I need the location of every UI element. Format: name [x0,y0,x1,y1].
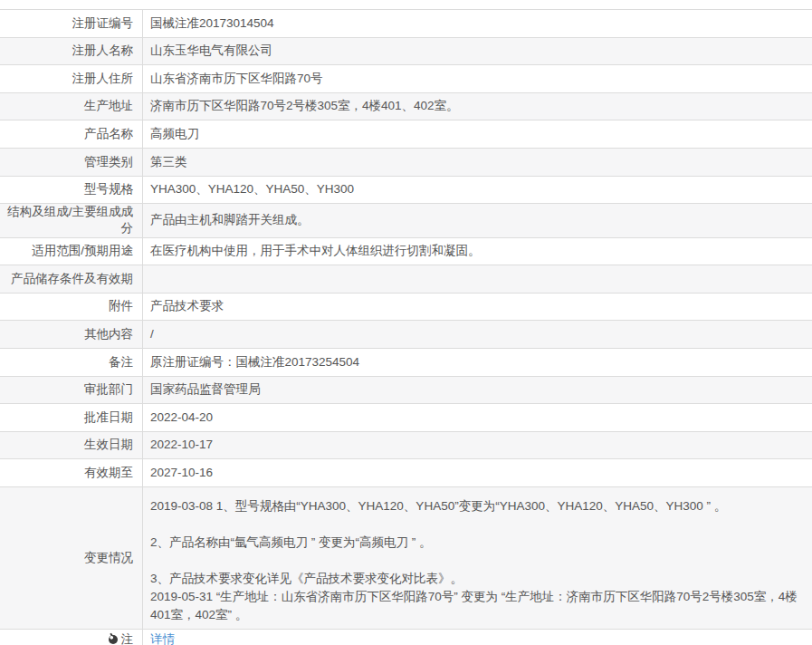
row-label: 适用范围/预期用途 [0,238,143,265]
change-paragraph: 2019-05-31 “生产地址：山东省济南市历下区华阳路70号” 变更为 “生… [150,588,807,624]
row-label: 其他内容 [0,321,143,348]
row-value: 原注册证编号：国械注准20173254504 [143,349,812,376]
row-value: 国械注准20173014504 [143,10,812,37]
table-row: 注册人住所 山东省济南市历下区华阳路70号 [0,65,812,93]
row-label: 变更情况 [0,487,143,629]
row-label: 管理类别 [0,149,143,176]
row-value: / [143,321,812,348]
table-row: 生产地址 济南市历下区华阳路70号2号楼305室，4楼401、402室。 [0,93,812,121]
change-paragraph: 3、产品技术要求变化详见《产品技术要求变化对比表》。 [150,570,807,588]
table-row: 注册人名称 山东玉华电气有限公司 [0,38,812,66]
row-label: 产品储存条件及有效期 [0,265,143,293]
row-label: 审批部门 [0,377,143,404]
note-label-text: 注 [121,631,134,645]
table-row: 备注 原注册证编号：国械注准20173254504 [0,349,812,377]
table-row: 适用范围/预期用途 在医疗机构中使用，用于手术中对人体组织进行切割和凝固。 [0,238,812,266]
row-value: 在医疗机构中使用，用于手术中对人体组织进行切割和凝固。 [143,238,812,265]
table-row: 管理类别 第三类 [0,149,812,177]
table-row: 产品名称 高频电刀 [0,120,812,149]
row-label: 备注 [0,349,143,376]
table-row: 批准日期 2022-04-20 [0,404,812,432]
row-value: 国家药品监督管理局 [143,377,812,404]
table-row: 审批部门 国家药品监督管理局 [0,377,812,405]
row-label: 注册人住所 [0,65,143,92]
row-value: YHA300、YHA120、YHA50、YH300 [143,177,812,204]
row-label: 注册人名称 [0,38,143,65]
change-paragraph: 2、产品名称由“氩气高频电刀 ” 变更为“高频电刀 ” 。 [150,534,807,552]
row-label: 型号规格 [0,177,143,204]
row-value: 详情 [143,630,812,645]
table-row: 附件 产品技术要求 [0,294,812,322]
table-row: 产品储存条件及有效期 [0,265,812,294]
row-value: 山东玉华电气有限公司 [143,38,812,65]
note-bullet-icon [109,635,118,644]
note-detail-link[interactable]: 详情 [150,631,175,645]
table-row: 结构及组成/主要组成成分 产品由主机和脚踏开关组成。 [0,204,812,237]
row-label: 产品名称 [0,120,143,148]
table-row: 有效期至 2027-10-16 [0,459,812,487]
registration-detail-table: 注册证编号 国械注准20173014504 注册人名称 山东玉华电气有限公司 注… [0,9,812,645]
row-value: 2027-10-16 [143,459,812,486]
table-row: 注册证编号 国械注准20173014504 [0,10,812,38]
row-label: 结构及组成/主要组成成分 [0,204,143,236]
row-value [143,265,812,293]
row-label: 批准日期 [0,404,143,431]
row-value: 高频电刀 [143,120,812,148]
row-value: 2022-10-17 [143,432,812,459]
change-paragraph: 2019-03-08 1、型号规格由“YHA300、YHA120、YHA50”变… [150,497,807,515]
row-value: 第三类 [143,149,812,176]
table-row: 生效日期 2022-10-17 [0,432,812,460]
row-value: 产品由主机和脚踏开关组成。 [143,204,812,236]
row-label: 附件 [0,294,143,321]
table-row-note: 注 详情 [0,630,812,645]
row-label: 生产地址 [0,93,143,120]
table-row: 其他内容 / [0,321,812,349]
row-label: 注册证编号 [0,10,143,37]
table-row-change-history: 变更情况 2019-03-08 1、型号规格由“YHA300、YHA120、YH… [0,487,812,630]
row-value: 山东省济南市历下区华阳路70号 [143,65,812,92]
row-label: 有效期至 [0,459,143,486]
row-value: 2022-04-20 [143,404,812,431]
row-label: 注 [0,630,143,645]
row-value: 产品技术要求 [143,294,812,321]
row-label: 生效日期 [0,432,143,459]
change-history-text: 2019-03-08 1、型号规格由“YHA300、YHA120、YHA50”变… [143,487,812,629]
row-value: 济南市历下区华阳路70号2号楼305室，4楼401、402室。 [143,93,812,120]
table-row: 型号规格 YHA300、YHA120、YHA50、YH300 [0,177,812,205]
